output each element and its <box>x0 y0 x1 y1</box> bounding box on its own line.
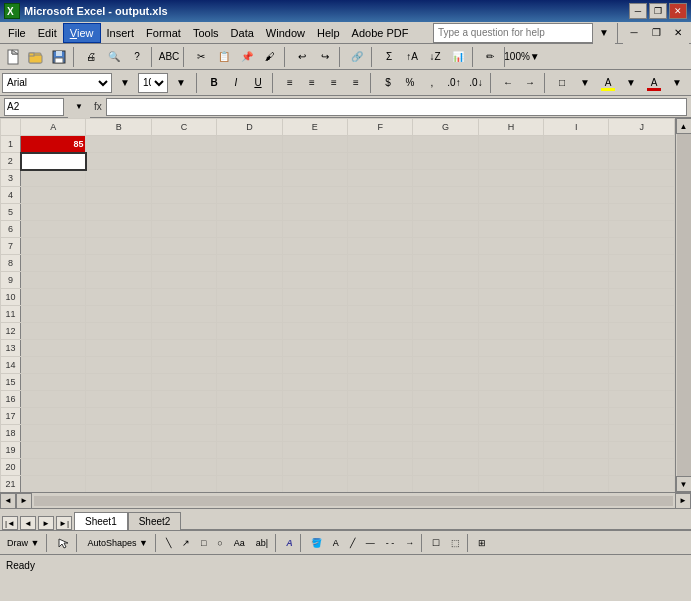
cell-C13[interactable] <box>151 340 216 357</box>
cell-C8[interactable] <box>151 255 216 272</box>
comma-btn[interactable]: , <box>422 73 442 93</box>
line-color-btn[interactable]: ╱ <box>345 533 360 553</box>
cell-E18[interactable] <box>282 425 347 442</box>
cell-J10[interactable] <box>609 289 675 306</box>
cell-C9[interactable] <box>151 272 216 289</box>
cell-H20[interactable] <box>478 459 543 476</box>
cell-D4[interactable] <box>217 187 282 204</box>
cell-B6[interactable] <box>86 221 151 238</box>
cell-B7[interactable] <box>86 238 151 255</box>
drawing-btn[interactable]: ✏ <box>479 46 501 68</box>
fill-color2-btn[interactable]: 🪣 <box>306 533 327 553</box>
cell-F16[interactable] <box>347 391 412 408</box>
menu-insert[interactable]: Insert <box>101 23 141 43</box>
cell-B21[interactable] <box>86 476 151 493</box>
cell-H14[interactable] <box>478 357 543 374</box>
cell-H15[interactable] <box>478 374 543 391</box>
cell-H9[interactable] <box>478 272 543 289</box>
cell-E19[interactable] <box>282 442 347 459</box>
cell-H18[interactable] <box>478 425 543 442</box>
cell-H8[interactable] <box>478 255 543 272</box>
cell-E13[interactable] <box>282 340 347 357</box>
tab-first-btn[interactable]: |◄ <box>2 516 18 530</box>
undo-btn[interactable]: ↩ <box>291 46 313 68</box>
indent-dec-btn[interactable]: ← <box>498 73 518 93</box>
cell-F5[interactable] <box>347 204 412 221</box>
shadow-btn[interactable]: ☐ <box>427 533 445 553</box>
font-size-select[interactable]: 10 <box>138 73 168 93</box>
cell-B18[interactable] <box>86 425 151 442</box>
help-search-input[interactable] <box>438 27 578 38</box>
cell-D15[interactable] <box>217 374 282 391</box>
cell-J4[interactable] <box>609 187 675 204</box>
cell-A16[interactable] <box>21 391 86 408</box>
cell-E14[interactable] <box>282 357 347 374</box>
merge-btn[interactable]: ≡ <box>346 73 366 93</box>
cell-F4[interactable] <box>347 187 412 204</box>
decimal-dec-btn[interactable]: .0↓ <box>466 73 486 93</box>
cell-G15[interactable] <box>413 374 478 391</box>
cell-B10[interactable] <box>86 289 151 306</box>
cell-I20[interactable] <box>544 459 609 476</box>
dash-style-btn[interactable]: - - <box>381 533 400 553</box>
cell-G11[interactable] <box>413 306 478 323</box>
scroll-right-btn[interactable]: ► <box>16 493 32 509</box>
cell-J21[interactable] <box>609 476 675 493</box>
menu-format[interactable]: Format <box>140 23 187 43</box>
cell-D19[interactable] <box>217 442 282 459</box>
cell-F20[interactable] <box>347 459 412 476</box>
cell-G14[interactable] <box>413 357 478 374</box>
inner-close-btn[interactable]: ✕ <box>667 22 689 44</box>
print-preview-btn[interactable]: 🔍 <box>103 46 125 68</box>
text-btn[interactable]: Aa <box>229 533 250 553</box>
font-size-dropdown[interactable]: ▼ <box>170 72 192 94</box>
cell-C19[interactable] <box>151 442 216 459</box>
cell-F11[interactable] <box>347 306 412 323</box>
cell-J1[interactable] <box>609 136 675 153</box>
cell-F2[interactable] <box>347 153 412 170</box>
cell-C10[interactable] <box>151 289 216 306</box>
cell-I12[interactable] <box>544 323 609 340</box>
cell-J14[interactable] <box>609 357 675 374</box>
align-right-btn[interactable]: ≡ <box>324 73 344 93</box>
cell-J17[interactable] <box>609 408 675 425</box>
cell-D17[interactable] <box>217 408 282 425</box>
cell-A3[interactable] <box>21 170 86 187</box>
cell-F12[interactable] <box>347 323 412 340</box>
help-btn[interactable]: ? <box>126 46 148 68</box>
cell-A6[interactable] <box>21 221 86 238</box>
cell-F21[interactable] <box>347 476 412 493</box>
paste-btn[interactable]: 📌 <box>236 46 258 68</box>
cell-D21[interactable] <box>217 476 282 493</box>
align-left-btn[interactable]: ≡ <box>280 73 300 93</box>
cell-B12[interactable] <box>86 323 151 340</box>
cell-A9[interactable] <box>21 272 86 289</box>
cell-H11[interactable] <box>478 306 543 323</box>
cell-F15[interactable] <box>347 374 412 391</box>
cell-C17[interactable] <box>151 408 216 425</box>
cell-C12[interactable] <box>151 323 216 340</box>
cell-A4[interactable] <box>21 187 86 204</box>
cell-I3[interactable] <box>544 170 609 187</box>
select-objects-btn[interactable] <box>52 533 74 553</box>
align-center-btn[interactable]: ≡ <box>302 73 322 93</box>
zoom-btn[interactable]: 100%▼ <box>511 46 533 68</box>
cell-E15[interactable] <box>282 374 347 391</box>
cell-I14[interactable] <box>544 357 609 374</box>
cell-D18[interactable] <box>217 425 282 442</box>
cell-H2[interactable] <box>478 153 543 170</box>
border-btn[interactable]: □ <box>552 73 572 93</box>
cell-D13[interactable] <box>217 340 282 357</box>
cell-J9[interactable] <box>609 272 675 289</box>
cell-I10[interactable] <box>544 289 609 306</box>
cell-C6[interactable] <box>151 221 216 238</box>
cell-H10[interactable] <box>478 289 543 306</box>
col-header-b[interactable]: B <box>86 119 151 136</box>
cell-C20[interactable] <box>151 459 216 476</box>
font-color2-btn[interactable]: A <box>328 533 344 553</box>
close-button[interactable]: ✕ <box>669 3 687 19</box>
cell-C11[interactable] <box>151 306 216 323</box>
cell-F10[interactable] <box>347 289 412 306</box>
cell-A17[interactable] <box>21 408 86 425</box>
cell-reference-box[interactable]: A2 <box>4 98 64 116</box>
